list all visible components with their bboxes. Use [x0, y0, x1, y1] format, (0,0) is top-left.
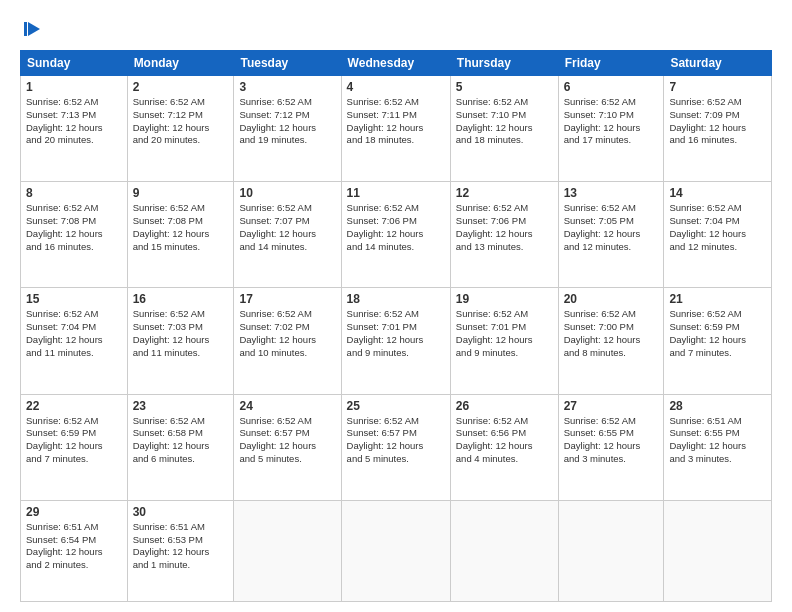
page: SundayMondayTuesdayWednesdayThursdayFrid… [0, 0, 792, 612]
svg-marker-0 [28, 22, 40, 36]
day-info: Sunrise: 6:52 AM Sunset: 6:59 PM Dayligh… [669, 308, 766, 359]
calendar-cell: 21Sunrise: 6:52 AM Sunset: 6:59 PM Dayli… [664, 288, 772, 394]
weekday-friday: Friday [558, 51, 664, 76]
day-number: 3 [239, 80, 335, 94]
day-number: 2 [133, 80, 229, 94]
calendar-week-row: 22Sunrise: 6:52 AM Sunset: 6:59 PM Dayli… [21, 394, 772, 500]
day-info: Sunrise: 6:52 AM Sunset: 6:57 PM Dayligh… [239, 415, 335, 466]
day-number: 1 [26, 80, 122, 94]
day-info: Sunrise: 6:52 AM Sunset: 7:10 PM Dayligh… [456, 96, 553, 147]
calendar-cell [450, 500, 558, 601]
day-info: Sunrise: 6:52 AM Sunset: 7:05 PM Dayligh… [564, 202, 659, 253]
day-number: 27 [564, 399, 659, 413]
calendar-cell [664, 500, 772, 601]
calendar-week-row: 29Sunrise: 6:51 AM Sunset: 6:54 PM Dayli… [21, 500, 772, 601]
day-number: 7 [669, 80, 766, 94]
day-number: 11 [347, 186, 445, 200]
day-number: 5 [456, 80, 553, 94]
day-info: Sunrise: 6:52 AM Sunset: 7:09 PM Dayligh… [669, 96, 766, 147]
calendar-cell [234, 500, 341, 601]
day-number: 26 [456, 399, 553, 413]
day-number: 14 [669, 186, 766, 200]
day-number: 23 [133, 399, 229, 413]
day-info: Sunrise: 6:52 AM Sunset: 7:10 PM Dayligh… [564, 96, 659, 147]
logo-icon [22, 18, 44, 40]
calendar-cell: 27Sunrise: 6:52 AM Sunset: 6:55 PM Dayli… [558, 394, 664, 500]
day-number: 18 [347, 292, 445, 306]
day-number: 8 [26, 186, 122, 200]
calendar-cell: 15Sunrise: 6:52 AM Sunset: 7:04 PM Dayli… [21, 288, 128, 394]
calendar-cell: 4Sunrise: 6:52 AM Sunset: 7:11 PM Daylig… [341, 76, 450, 182]
calendar-cell: 23Sunrise: 6:52 AM Sunset: 6:58 PM Dayli… [127, 394, 234, 500]
day-info: Sunrise: 6:52 AM Sunset: 6:55 PM Dayligh… [564, 415, 659, 466]
header [20, 18, 772, 40]
day-number: 29 [26, 505, 122, 519]
day-info: Sunrise: 6:52 AM Sunset: 7:04 PM Dayligh… [669, 202, 766, 253]
day-number: 28 [669, 399, 766, 413]
day-info: Sunrise: 6:52 AM Sunset: 7:08 PM Dayligh… [133, 202, 229, 253]
calendar-cell: 25Sunrise: 6:52 AM Sunset: 6:57 PM Dayli… [341, 394, 450, 500]
day-info: Sunrise: 6:52 AM Sunset: 6:57 PM Dayligh… [347, 415, 445, 466]
calendar-cell: 6Sunrise: 6:52 AM Sunset: 7:10 PM Daylig… [558, 76, 664, 182]
calendar-cell: 19Sunrise: 6:52 AM Sunset: 7:01 PM Dayli… [450, 288, 558, 394]
calendar-cell: 22Sunrise: 6:52 AM Sunset: 6:59 PM Dayli… [21, 394, 128, 500]
day-number: 30 [133, 505, 229, 519]
day-number: 21 [669, 292, 766, 306]
day-info: Sunrise: 6:52 AM Sunset: 7:11 PM Dayligh… [347, 96, 445, 147]
day-number: 6 [564, 80, 659, 94]
calendar-week-row: 1Sunrise: 6:52 AM Sunset: 7:13 PM Daylig… [21, 76, 772, 182]
day-number: 19 [456, 292, 553, 306]
calendar-cell: 24Sunrise: 6:52 AM Sunset: 6:57 PM Dayli… [234, 394, 341, 500]
calendar-cell: 29Sunrise: 6:51 AM Sunset: 6:54 PM Dayli… [21, 500, 128, 601]
day-info: Sunrise: 6:52 AM Sunset: 7:02 PM Dayligh… [239, 308, 335, 359]
calendar-week-row: 8Sunrise: 6:52 AM Sunset: 7:08 PM Daylig… [21, 182, 772, 288]
day-number: 17 [239, 292, 335, 306]
day-info: Sunrise: 6:52 AM Sunset: 7:13 PM Dayligh… [26, 96, 122, 147]
calendar-cell: 7Sunrise: 6:52 AM Sunset: 7:09 PM Daylig… [664, 76, 772, 182]
calendar-cell [558, 500, 664, 601]
calendar-cell: 12Sunrise: 6:52 AM Sunset: 7:06 PM Dayli… [450, 182, 558, 288]
day-info: Sunrise: 6:52 AM Sunset: 7:04 PM Dayligh… [26, 308, 122, 359]
weekday-monday: Monday [127, 51, 234, 76]
day-info: Sunrise: 6:52 AM Sunset: 7:01 PM Dayligh… [347, 308, 445, 359]
logo [20, 18, 44, 40]
day-number: 22 [26, 399, 122, 413]
weekday-wednesday: Wednesday [341, 51, 450, 76]
day-info: Sunrise: 6:52 AM Sunset: 7:03 PM Dayligh… [133, 308, 229, 359]
calendar-cell: 17Sunrise: 6:52 AM Sunset: 7:02 PM Dayli… [234, 288, 341, 394]
calendar-cell: 8Sunrise: 6:52 AM Sunset: 7:08 PM Daylig… [21, 182, 128, 288]
day-info: Sunrise: 6:52 AM Sunset: 7:07 PM Dayligh… [239, 202, 335, 253]
day-number: 10 [239, 186, 335, 200]
weekday-header-row: SundayMondayTuesdayWednesdayThursdayFrid… [21, 51, 772, 76]
day-info: Sunrise: 6:52 AM Sunset: 6:56 PM Dayligh… [456, 415, 553, 466]
day-info: Sunrise: 6:52 AM Sunset: 6:58 PM Dayligh… [133, 415, 229, 466]
day-number: 15 [26, 292, 122, 306]
calendar-body: 1Sunrise: 6:52 AM Sunset: 7:13 PM Daylig… [21, 76, 772, 602]
weekday-saturday: Saturday [664, 51, 772, 76]
day-number: 13 [564, 186, 659, 200]
day-info: Sunrise: 6:51 AM Sunset: 6:54 PM Dayligh… [26, 521, 122, 572]
day-info: Sunrise: 6:51 AM Sunset: 6:55 PM Dayligh… [669, 415, 766, 466]
calendar-cell: 3Sunrise: 6:52 AM Sunset: 7:12 PM Daylig… [234, 76, 341, 182]
day-info: Sunrise: 6:52 AM Sunset: 6:59 PM Dayligh… [26, 415, 122, 466]
day-info: Sunrise: 6:52 AM Sunset: 7:12 PM Dayligh… [239, 96, 335, 147]
calendar-cell: 14Sunrise: 6:52 AM Sunset: 7:04 PM Dayli… [664, 182, 772, 288]
day-number: 12 [456, 186, 553, 200]
calendar-cell: 2Sunrise: 6:52 AM Sunset: 7:12 PM Daylig… [127, 76, 234, 182]
calendar-table: SundayMondayTuesdayWednesdayThursdayFrid… [20, 50, 772, 602]
calendar-cell: 13Sunrise: 6:52 AM Sunset: 7:05 PM Dayli… [558, 182, 664, 288]
day-info: Sunrise: 6:52 AM Sunset: 7:01 PM Dayligh… [456, 308, 553, 359]
svg-rect-1 [24, 22, 27, 36]
calendar-week-row: 15Sunrise: 6:52 AM Sunset: 7:04 PM Dayli… [21, 288, 772, 394]
calendar-cell: 20Sunrise: 6:52 AM Sunset: 7:00 PM Dayli… [558, 288, 664, 394]
calendar-cell: 30Sunrise: 6:51 AM Sunset: 6:53 PM Dayli… [127, 500, 234, 601]
day-info: Sunrise: 6:52 AM Sunset: 7:06 PM Dayligh… [347, 202, 445, 253]
calendar-cell [341, 500, 450, 601]
weekday-sunday: Sunday [21, 51, 128, 76]
calendar-cell: 28Sunrise: 6:51 AM Sunset: 6:55 PM Dayli… [664, 394, 772, 500]
day-info: Sunrise: 6:52 AM Sunset: 7:08 PM Dayligh… [26, 202, 122, 253]
calendar-cell: 9Sunrise: 6:52 AM Sunset: 7:08 PM Daylig… [127, 182, 234, 288]
day-number: 4 [347, 80, 445, 94]
day-number: 25 [347, 399, 445, 413]
day-info: Sunrise: 6:52 AM Sunset: 7:06 PM Dayligh… [456, 202, 553, 253]
